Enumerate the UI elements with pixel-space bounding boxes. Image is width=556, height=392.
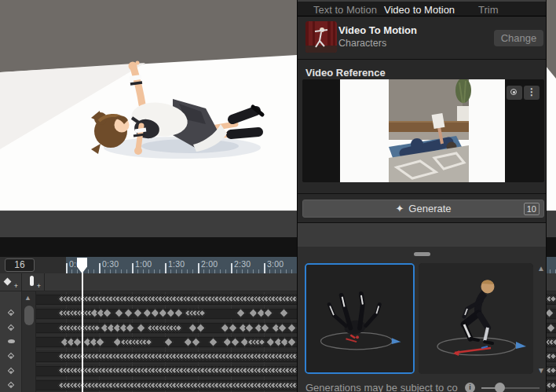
add-marker-button[interactable]: + xyxy=(23,273,45,291)
panel-footer: Generations may be subject to co i xyxy=(298,380,546,392)
tab-video-to-motion[interactable]: Video to Motion xyxy=(384,4,455,16)
generate-label: Generate xyxy=(408,203,451,214)
info-icon[interactable]: i xyxy=(465,383,475,392)
track-diamond-icon[interactable] xyxy=(8,324,14,330)
scrollbar-thumb[interactable] xyxy=(24,306,34,325)
track-diamond-icon[interactable] xyxy=(8,367,14,373)
panel-spacer-section xyxy=(298,223,546,247)
slider-handle[interactable] xyxy=(495,383,505,392)
ruler-major-tick xyxy=(66,263,68,273)
results-scroll-down-icon[interactable]: ▼ xyxy=(537,366,545,375)
motion-preview-1 xyxy=(306,265,413,372)
results-scroll-up-icon[interactable]: ▲ xyxy=(537,264,545,273)
track-diamond-icon[interactable] xyxy=(8,382,14,388)
video-to-motion-panel: Text to Motion Video to Motion Trim Vide… xyxy=(297,0,547,392)
track-oval-icon[interactable] xyxy=(8,339,15,343)
motion-type-thumbnail[interactable] xyxy=(305,21,337,53)
app-window: 16 0:000:301:001:302:002:303:00 + + ▲ Te… xyxy=(0,0,556,392)
ruler-time-label: 1:30 xyxy=(168,259,185,269)
drag-handle[interactable] xyxy=(414,252,430,256)
tab-trim[interactable]: Trim xyxy=(478,4,499,16)
marker-icon xyxy=(30,276,34,286)
playhead-line xyxy=(82,272,83,392)
video-reference-label: Video Reference xyxy=(305,67,386,79)
mask-target-button[interactable] xyxy=(507,86,522,100)
ruler-time-label: 2:00 xyxy=(201,259,218,269)
tracks-scrollbar[interactable]: ▲ xyxy=(22,291,36,392)
ruler-major-tick xyxy=(132,263,134,273)
ruler-time-label: 2:30 xyxy=(234,259,251,269)
ruler-major-tick xyxy=(231,263,232,273)
add-keyframe-button[interactable]: + xyxy=(0,273,22,291)
tab-text-to-motion[interactable]: Text to Motion xyxy=(313,4,377,16)
track-header-column xyxy=(0,291,22,392)
ruler-time-label: 0:30 xyxy=(102,259,119,269)
disclaimer-text: Generations may be subject to co xyxy=(305,382,458,392)
panel-title: Video To Motion xyxy=(338,24,417,36)
panel-tab-bar: Text to Motion Video to Motion Trim xyxy=(298,0,546,16)
change-button[interactable]: Change xyxy=(494,30,543,46)
motion-preview-2 xyxy=(419,263,533,374)
ruler-time-label: 1:00 xyxy=(135,259,152,269)
ruler-major-tick xyxy=(165,263,166,273)
track-diamond-icon[interactable] xyxy=(8,353,14,359)
track-diamond-icon[interactable] xyxy=(8,310,14,316)
diamond-icon xyxy=(4,278,12,286)
curtain-dancer-image xyxy=(305,21,337,53)
plus-icon: + xyxy=(37,282,41,290)
video-options-button[interactable]: ⋮ xyxy=(524,86,540,100)
current-frame-field[interactable]: 16 xyxy=(5,258,35,272)
sparkle-icon: ✦ xyxy=(395,203,404,214)
credit-cost-badge: 10 xyxy=(524,203,540,215)
record-target-icon xyxy=(510,89,517,95)
motion-result-thumbnail[interactable] xyxy=(419,263,533,374)
plus-icon: + xyxy=(14,282,18,290)
panel-subtitle: Characters xyxy=(338,38,386,49)
ruler-major-tick xyxy=(264,263,265,273)
ruler-major-tick xyxy=(198,263,199,273)
ruler-time-label: 3:00 xyxy=(267,259,283,269)
motion-result-thumbnail-selected[interactable] xyxy=(305,263,415,374)
scroll-up-icon[interactable]: ▲ xyxy=(24,294,31,302)
ruler-major-tick xyxy=(99,263,101,273)
generation-results-area: ▲ ▼ Generations may be subject to co i xyxy=(298,247,546,392)
kebab-menu-icon: ⋮ xyxy=(524,86,540,97)
generate-button[interactable]: ✦Generate 10 xyxy=(302,200,544,218)
